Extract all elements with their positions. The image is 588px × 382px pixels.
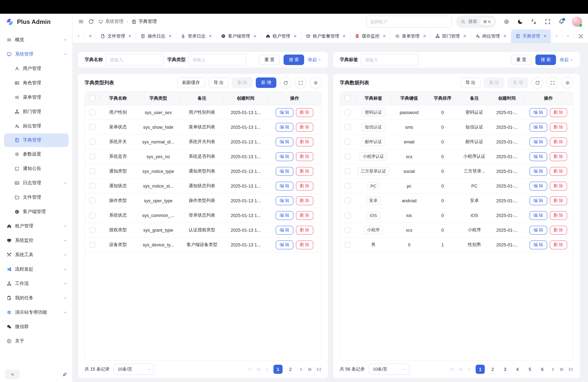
sidebar-item[interactable]: 角色管理 <box>0 76 73 90</box>
edit-button[interactable]: 编 辑 <box>276 196 293 205</box>
edit-button[interactable]: 编 辑 <box>529 152 547 161</box>
table-settings-button[interactable] <box>562 77 573 88</box>
hamburger-icon[interactable] <box>78 19 84 24</box>
edit-button[interactable]: 编 辑 <box>529 226 547 234</box>
row-checkbox[interactable] <box>345 168 351 174</box>
row-checkbox[interactable] <box>345 198 351 204</box>
edit-button[interactable]: 编 辑 <box>529 123 547 131</box>
tab[interactable]: 缓存监控 <box>350 29 391 43</box>
edit-button[interactable]: 编 辑 <box>276 182 293 190</box>
search-input[interactable] <box>106 54 163 66</box>
tab-close-icon[interactable] <box>209 34 212 38</box>
fullscreen-icon[interactable] <box>545 19 551 25</box>
tab[interactable]: 字典管理 <box>511 29 551 43</box>
avatar[interactable] <box>572 17 582 27</box>
tab-close-icon[interactable] <box>382 34 386 38</box>
tab[interactable]: 租户套餐管理 <box>301 29 350 43</box>
tab[interactable]: 租户管理 <box>261 29 301 43</box>
tenant-select[interactable] <box>366 16 452 27</box>
reset-button[interactable]: 重 置 <box>259 55 280 65</box>
tab-close-icon[interactable] <box>128 34 132 38</box>
prev-pages-button[interactable] <box>256 366 261 372</box>
edit-button[interactable]: 编 辑 <box>529 240 547 249</box>
sidebar-item[interactable]: 部门管理 <box>0 105 73 119</box>
prev-pages-button[interactable] <box>458 366 463 372</box>
page-number[interactable]: 3 <box>501 365 510 374</box>
tab[interactable]: 菜单管理 <box>391 29 431 43</box>
refresh-icon[interactable] <box>88 19 94 24</box>
page-number[interactable]: 4 <box>513 365 522 374</box>
next-pages-button[interactable] <box>559 366 565 372</box>
sidebar-collapse-button[interactable] <box>5 370 20 379</box>
next-page-button[interactable] <box>298 366 304 372</box>
sidebar-item[interactable]: 系统工具 <box>0 248 73 262</box>
pin-icon[interactable] <box>62 372 67 377</box>
sidebar-item[interactable]: 流程发起 <box>0 262 73 276</box>
expand-table-button[interactable] <box>295 77 306 88</box>
content-fullscreen-button[interactable] <box>573 29 588 43</box>
page-size-select[interactable]: 10条/页 <box>369 364 409 375</box>
sidebar-item[interactable]: 系统监控 <box>0 233 73 248</box>
toolbar-button[interactable]: 导 出 <box>208 77 229 88</box>
tab[interactable] <box>84 29 96 43</box>
delete-button[interactable]: 删 除 <box>550 123 567 131</box>
refresh-table-button[interactable] <box>531 77 543 88</box>
row-checkbox[interactable] <box>89 139 95 145</box>
delete-button[interactable]: 删 除 <box>296 240 313 249</box>
delete-button[interactable]: 删 除 <box>550 196 567 205</box>
search-button[interactable]: 搜 索 <box>535 55 556 65</box>
page-number[interactable]: 2 <box>488 365 497 374</box>
sidebar-item[interactable]: 参数设置 <box>0 147 73 161</box>
tab-close-icon[interactable] <box>168 34 172 38</box>
row-checkbox[interactable] <box>345 154 351 159</box>
page-size-select[interactable]: 10条/页 <box>113 364 154 375</box>
delete-button[interactable]: 删 除 <box>296 167 313 176</box>
toolbar-button[interactable]: 新 增 <box>256 77 276 88</box>
sidebar-item[interactable]: 工作流 <box>0 276 73 291</box>
delete-button[interactable]: 删 除 <box>550 108 567 117</box>
tabs-scroll-left-button[interactable] <box>73 29 84 43</box>
page-number[interactable]: 2 <box>286 365 295 374</box>
gear-icon[interactable] <box>504 19 510 25</box>
page-number[interactable]: 1 <box>273 365 283 374</box>
sidebar-item[interactable]: 文件管理 <box>0 190 73 205</box>
row-checkbox[interactable] <box>89 198 95 204</box>
first-page-button[interactable] <box>247 366 252 372</box>
search-input[interactable] <box>361 54 419 66</box>
sidebar-item[interactable]: 菜单管理 <box>0 90 73 105</box>
row-checkbox[interactable] <box>89 109 95 115</box>
last-page-button[interactable] <box>316 366 321 372</box>
edit-button[interactable]: 编 辑 <box>529 196 547 205</box>
search-input[interactable] <box>189 54 246 66</box>
tab-close-icon[interactable] <box>253 34 257 38</box>
row-checkbox[interactable] <box>345 183 351 189</box>
moon-icon[interactable] <box>517 19 523 25</box>
tab-close-icon[interactable] <box>342 34 346 38</box>
row-checkbox[interactable] <box>345 124 351 130</box>
delete-button[interactable]: 删 除 <box>550 182 567 190</box>
tab-close-icon[interactable] <box>543 34 547 38</box>
edit-button[interactable]: 编 辑 <box>529 108 547 117</box>
page-number[interactable]: 6 <box>538 365 547 374</box>
tab[interactable]: 客户端管理 <box>217 29 261 43</box>
edit-button[interactable]: 编 辑 <box>276 137 293 146</box>
edit-button[interactable]: 编 辑 <box>276 167 293 176</box>
toolbar-button[interactable]: 删 除 <box>484 77 504 88</box>
toolbar-button[interactable]: 导 出 <box>460 77 481 88</box>
row-checkbox[interactable] <box>89 124 95 130</box>
page-number[interactable]: 5 <box>525 365 534 374</box>
edit-button[interactable]: 编 辑 <box>276 152 293 161</box>
edit-button[interactable]: 编 辑 <box>276 226 293 234</box>
toolbar-button[interactable]: 删 除 <box>232 77 253 88</box>
row-checkbox[interactable] <box>345 109 351 115</box>
delete-button[interactable]: 删 除 <box>296 108 313 117</box>
delete-button[interactable]: 删 除 <box>296 196 313 205</box>
next-page-button[interactable] <box>550 366 556 372</box>
row-checkbox[interactable] <box>89 227 95 233</box>
delete-button[interactable]: 删 除 <box>296 137 313 146</box>
tab-close-icon[interactable] <box>422 34 426 38</box>
row-checkbox[interactable] <box>89 154 95 159</box>
translate-icon[interactable]: XA <box>531 19 537 25</box>
tab[interactable]: 岗位管理 <box>471 29 511 43</box>
expand-table-button[interactable] <box>546 77 558 88</box>
